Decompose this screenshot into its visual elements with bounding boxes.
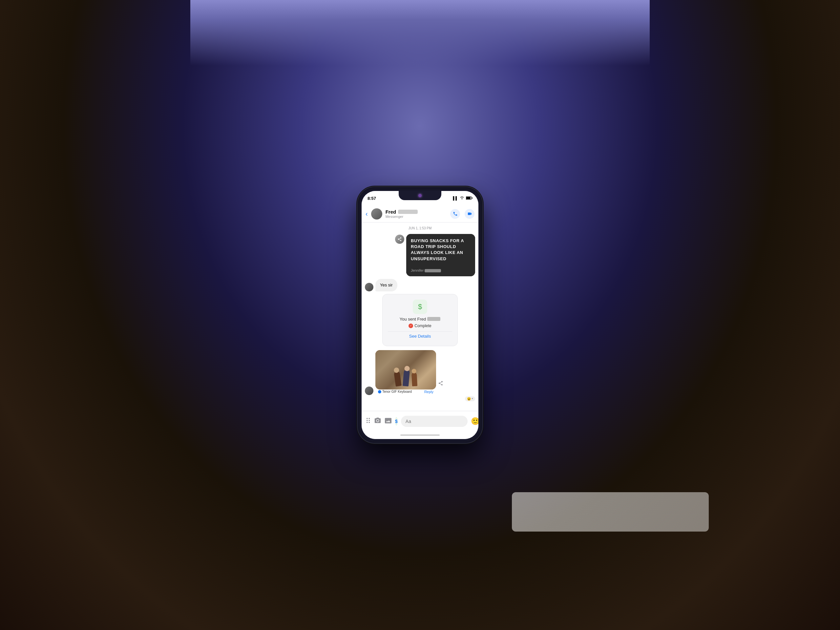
tenor-label: Tenor GIF Keyboard xyxy=(382,390,412,393)
notch xyxy=(399,191,441,200)
figure-1 xyxy=(393,371,401,387)
phone-screen: 8:57 ▌▌ xyxy=(362,191,478,439)
wifi-icon xyxy=(460,196,464,200)
see-details-button[interactable]: See Details xyxy=(388,332,452,341)
tenor-logo: Tenor GIF Keyboard xyxy=(378,390,412,393)
name-blur xyxy=(398,210,418,214)
dollar-icon: $ xyxy=(413,300,427,314)
keyboard-background xyxy=(512,492,709,532)
gif-text-overlay: BUYING SNACKS FOR A ROAD TRIP SHOULD ALW… xyxy=(406,234,475,266)
signal-icon: ▌▌ xyxy=(453,196,458,200)
payment-sent-text: You sent Fred xyxy=(388,317,452,322)
nav-subtitle: Messenger xyxy=(385,215,447,218)
chat-area[interactable]: JUN 1, 1:53 PM BUYING SNACKS FOR A ROAD … xyxy=(362,223,478,411)
share-icon xyxy=(397,237,402,242)
fred-avatar-small xyxy=(365,283,373,291)
reaction-icon-small: + xyxy=(472,397,473,400)
apps-button[interactable]: ⠿ xyxy=(366,417,371,426)
svg-rect-2 xyxy=(472,197,472,199)
video-call-button[interactable] xyxy=(465,209,474,219)
gif-author: Jennifer xyxy=(411,268,441,272)
payment-amount-blur xyxy=(427,317,441,321)
contact-info: Fred Messenger xyxy=(385,209,447,218)
status-complete-label: Complete xyxy=(414,324,431,328)
message-received-gif: Tenor GIF Keyboard Reply xyxy=(365,350,475,395)
emoji-button[interactable]: 🙂 xyxy=(471,417,478,426)
seinfeld-gif[interactable] xyxy=(375,350,436,390)
nav-actions xyxy=(450,209,474,219)
status-dot-icon: ✓ xyxy=(409,324,413,328)
reaction-bubble: 😮 + xyxy=(465,396,475,401)
camera-button[interactable] xyxy=(374,417,381,426)
monitor-glow xyxy=(190,0,650,66)
svg-rect-1 xyxy=(466,197,471,199)
photo-button[interactable] xyxy=(385,417,392,426)
fred-avatar-gif xyxy=(365,387,373,395)
status-icons: ▌▌ xyxy=(453,196,472,201)
payment-status: ✓ Complete xyxy=(388,324,452,328)
home-indicator xyxy=(362,431,478,439)
bottom-toolbar: ⠿ $ 🙂 👍 xyxy=(362,411,478,431)
reaction-area: 😮 + xyxy=(365,396,475,401)
chat-timestamp: JUN 1, 1:53 PM xyxy=(365,226,475,230)
battery-icon xyxy=(466,196,472,201)
gif-visual xyxy=(375,350,436,390)
gif-meme-text: BUYING SNACKS FOR A ROAD TRIP SHOULD ALW… xyxy=(411,238,471,262)
figure-2 xyxy=(402,369,409,386)
nav-bar: ‹ Fred Messenger xyxy=(362,205,478,223)
message-input[interactable] xyxy=(401,416,467,427)
back-button[interactable]: ‹ xyxy=(366,210,368,218)
status-bar: 8:57 ▌▌ xyxy=(362,191,478,205)
head-1 xyxy=(393,367,399,373)
front-camera xyxy=(418,194,422,197)
tenor-dot xyxy=(378,390,381,393)
author-blur xyxy=(425,269,441,272)
gif-message-container: Tenor GIF Keyboard Reply xyxy=(375,350,436,395)
message-received-yes-sir: Yes sir xyxy=(365,279,475,291)
reply-button[interactable]: Reply xyxy=(424,390,433,394)
payment-message: $ You sent Fred ✓ Complete See Details xyxy=(365,294,475,346)
figure-3 xyxy=(411,373,417,387)
bubble-yes-sir: Yes sir xyxy=(375,279,397,291)
pay-button[interactable]: $ xyxy=(395,417,398,426)
yes-sir-text: Yes sir xyxy=(380,283,393,287)
contact-avatar[interactable] xyxy=(371,208,382,219)
gif-meme-card[interactable]: BUYING SNACKS FOR A ROAD TRIP SHOULD ALW… xyxy=(406,234,475,276)
reaction-emoji: 😮 xyxy=(467,397,471,401)
head-3 xyxy=(412,369,416,374)
share-button-gif[interactable] xyxy=(438,381,443,387)
contact-name: Fred xyxy=(385,209,447,215)
head-2 xyxy=(404,366,409,371)
call-button[interactable] xyxy=(450,209,460,219)
phone-frame: 8:57 ▌▌ xyxy=(358,187,482,443)
status-time: 8:57 xyxy=(368,196,376,201)
home-bar xyxy=(400,434,440,436)
payment-card[interactable]: $ You sent Fred ✓ Complete See Details xyxy=(382,294,458,346)
message-sent-gif: BUYING SNACKS FOR A ROAD TRIP SHOULD ALW… xyxy=(365,234,475,276)
phone-scene: 8:57 ▌▌ xyxy=(358,187,482,443)
